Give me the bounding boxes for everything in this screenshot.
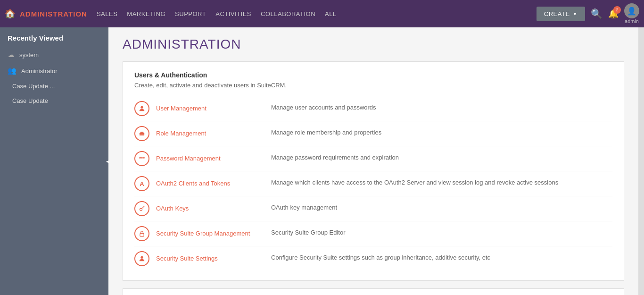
- password-management-desc: Manage password requirements and expirat…: [271, 151, 612, 161]
- role-management-icon: [134, 126, 149, 141]
- table-row: OAuth Keys OAuth key management: [134, 196, 612, 221]
- security-settings-desc: Configure Security Suite settings such a…: [271, 251, 612, 261]
- item-left-password-management: *** Password Management: [134, 151, 271, 166]
- svg-point-6: [140, 256, 143, 259]
- sidebar-user-icon: 👥: [8, 67, 17, 75]
- oauth-keys-icon: [134, 201, 149, 216]
- scrollbar[interactable]: [638, 27, 644, 295]
- user-avatar: 👤: [624, 3, 639, 18]
- top-navigation: 🏠 ADMINISTRATION SALES MARKETING SUPPORT…: [0, 0, 644, 27]
- create-label: CREATE: [544, 10, 570, 17]
- main-layout: Recently Viewed ☁ system 👥 Administrator…: [0, 27, 644, 295]
- users-auth-section: Users & Authentication Create, edit, act…: [123, 61, 624, 281]
- oauth2-icon: A: [134, 176, 149, 191]
- sidebar-collapse-button[interactable]: ◀: [103, 156, 108, 167]
- sidebar-item-administrator[interactable]: 👥 Administrator ✏: [0, 63, 108, 79]
- notification-badge: 2: [613, 6, 621, 14]
- role-management-link[interactable]: Role Management: [156, 130, 206, 137]
- users-auth-items: User Management Manage user accounts and…: [134, 96, 612, 271]
- user-icon: 👤: [627, 7, 636, 16]
- home-button[interactable]: 🏠: [5, 8, 15, 19]
- oauth-keys-link[interactable]: OAuth Keys: [156, 205, 189, 212]
- svg-rect-3: [140, 134, 145, 135]
- table-row: Role Management Manage role membership a…: [134, 121, 612, 146]
- item-left-role-management: Role Management: [134, 126, 271, 141]
- user-name: admin: [625, 18, 639, 24]
- table-row: Security Suite Settings Configure Securi…: [134, 246, 612, 271]
- sidebar-system-icon: ☁: [8, 51, 15, 59]
- users-auth-title: Users & Authentication: [134, 71, 612, 79]
- item-left-security-settings: Security Suite Settings: [134, 251, 271, 266]
- security-group-link[interactable]: Security Suite Group Management: [156, 230, 250, 237]
- create-button[interactable]: CREATE ▼: [537, 7, 585, 21]
- item-left-oauth2: A OAuth2 Clients and Tokens: [134, 176, 271, 191]
- svg-rect-2: [140, 132, 144, 133]
- user-management-link[interactable]: User Management: [156, 105, 206, 112]
- table-row: User Management Manage user accounts and…: [134, 96, 612, 121]
- sidebar-item-label-case1: Case Update ...: [12, 83, 96, 90]
- home-icon: 🏠: [5, 8, 15, 19]
- notifications-button[interactable]: 🔔 2: [608, 8, 619, 19]
- security-group-icon: [134, 226, 149, 241]
- security-settings-link[interactable]: Security Suite Settings: [156, 255, 218, 262]
- svg-rect-1: [140, 133, 145, 135]
- nav-item-support[interactable]: SUPPORT: [175, 10, 206, 17]
- sidebar-item-label-system: system: [19, 51, 101, 59]
- role-management-desc: Manage role membership and properties: [271, 126, 612, 136]
- nav-item-marketing[interactable]: MARKETING: [127, 10, 165, 17]
- item-left-security-group: Security Suite Group Management: [134, 226, 271, 241]
- nav-item-collaboration[interactable]: COLLABORATION: [261, 10, 315, 17]
- svg-point-4: [140, 208, 142, 211]
- password-management-link[interactable]: Password Management: [156, 155, 221, 162]
- nav-item-activities[interactable]: ACTIVITIES: [215, 10, 251, 17]
- svg-rect-5: [140, 233, 144, 236]
- nav-items: SALES MARKETING SUPPORT ACTIVITIES COLLA…: [97, 10, 537, 17]
- nav-item-sales[interactable]: SALES: [97, 10, 117, 17]
- search-button[interactable]: 🔍: [591, 8, 603, 19]
- table-row: *** Password Management Manage password …: [134, 146, 612, 171]
- page-title: ADMINISTRATION: [123, 37, 624, 52]
- oauth-keys-desc: OAuth key management: [271, 201, 612, 211]
- security-settings-icon: [134, 251, 149, 266]
- svg-point-0: [140, 106, 143, 109]
- sidebar-item-case-update-1[interactable]: Case Update ... ✏: [0, 79, 108, 93]
- sidebar-item-label-case2: Case Update: [12, 97, 96, 104]
- oauth2-link[interactable]: OAuth2 Clients and Tokens: [156, 180, 230, 187]
- create-caret-icon: ▼: [573, 11, 578, 17]
- table-row: Security Suite Group Management Security…: [134, 221, 612, 246]
- item-left-user-management: User Management: [134, 101, 271, 116]
- system-section: System Configure the system-wide setting…: [123, 288, 624, 295]
- table-row: A OAuth2 Clients and Tokens Manage which…: [134, 171, 612, 196]
- sidebar: Recently Viewed ☁ system 👥 Administrator…: [0, 27, 108, 295]
- user-menu[interactable]: 👤 admin: [624, 3, 639, 24]
- nav-item-all[interactable]: ALL: [325, 10, 337, 17]
- user-management-icon: [134, 101, 149, 116]
- users-auth-desc: Create, edit, activate and deactivate us…: [134, 82, 612, 89]
- item-left-oauth-keys: OAuth Keys: [134, 201, 271, 216]
- user-management-desc: Manage user accounts and passwords: [271, 101, 612, 111]
- sidebar-item-case-update-2[interactable]: Case Update ✏: [0, 93, 108, 108]
- sidebar-item-system[interactable]: ☁ system: [0, 47, 108, 63]
- sidebar-item-label-administrator: Administrator: [21, 67, 96, 75]
- nav-brand: ADMINISTRATION: [20, 10, 87, 18]
- oauth2-desc: Manage which clients have access to the …: [271, 176, 612, 186]
- security-group-desc: Security Suite Group Editor: [271, 226, 612, 236]
- sidebar-header: Recently Viewed: [0, 27, 108, 47]
- password-management-icon: ***: [134, 151, 149, 166]
- main-content: ADMINISTRATION Users & Authentication Cr…: [108, 27, 638, 295]
- nav-right: CREATE ▼ 🔍 🔔 2 👤 admin: [537, 3, 639, 24]
